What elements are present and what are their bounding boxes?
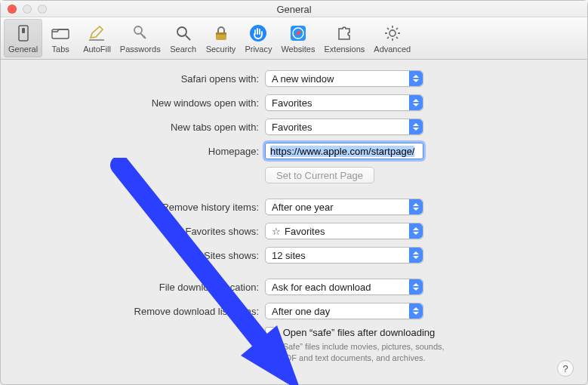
select-value: Favorites [272,122,312,133]
minimize-window-button[interactable] [23,5,32,14]
homepage-field[interactable] [265,143,423,159]
label-new-windows: New windows open with: [16,97,265,109]
label-remove-history: Remove history items: [16,202,265,213]
general-pane: Safari opens with: A new window New wind… [1,60,587,385]
gear-icon [382,23,403,44]
select-value: 12 sites [272,250,306,261]
select-remove-history[interactable]: After one year [265,199,423,215]
window-traffic-lights [8,5,47,14]
svg-rect-2 [52,29,69,38]
open-safe-files-checkbox[interactable] [265,327,276,337]
svg-point-10 [389,30,396,36]
puzzle-icon [334,23,355,44]
chevron-up-down-icon [409,95,423,110]
set-current-page-button[interactable]: Set to Current Page [265,167,374,183]
chevron-up-down-icon [409,279,423,294]
chevron-up-down-icon [409,71,423,86]
preferences-toolbar: General Tabs AutoFill Passwords Search [1,17,587,60]
toolbar-tab-label: Tabs [52,45,69,54]
select-value: Favorites [285,226,325,237]
toolbar-tab-label: Privacy [245,45,272,54]
key-icon [130,23,151,44]
select-dl-location[interactable]: Ask for each download [265,279,423,295]
pencil-icon [86,23,107,44]
open-safe-files-hint: “Safe” files include movies, pictures, s… [280,341,454,364]
lock-icon [211,23,232,44]
help-button[interactable]: ? [557,360,574,377]
hand-icon [248,23,269,44]
toolbar-tab-label: Search [170,45,196,54]
label-favorites-shows: Favorites shows: [16,226,265,237]
star-icon: ☆ [272,226,281,237]
svg-point-4 [177,27,186,36]
help-icon: ? [562,363,568,374]
chevron-up-down-icon [409,303,423,319]
label-safari-opens-with: Safari opens with: [16,73,265,85]
svg-rect-6 [216,32,226,35]
select-safari-opens-with[interactable]: A new window [265,70,423,87]
toolbar-tab-advanced[interactable]: Advanced [369,19,415,57]
toolbar-tab-label: Websites [281,45,315,54]
label-remove-dl-list: Remove download list items: [16,306,265,317]
toolbar-tab-label: Advanced [374,45,411,54]
toolbar-tab-extensions[interactable]: Extensions [319,19,369,57]
chevron-up-down-icon [409,223,423,239]
search-icon [173,23,194,44]
chevron-up-down-icon [409,248,423,263]
label-new-tabs: New tabs open with: [16,122,265,133]
window-title: General [1,1,587,17]
toolbar-tab-general[interactable]: General [4,19,42,57]
toolbar-tab-search[interactable]: Search [165,19,202,57]
label-homepage: Homepage: [16,146,265,157]
toolbar-tab-label: General [8,45,38,54]
select-new-tabs[interactable]: Favorites [265,119,423,135]
toolbar-tab-autofill[interactable]: AutoFill [79,19,115,57]
preferences-window: General General Tabs AutoFill Password [0,0,588,385]
open-safe-files-label: Open “safe” files after downloading [283,327,436,338]
open-safe-files-checkbox-row[interactable]: Open “safe” files after downloading [265,327,454,338]
select-value: Favorites [272,97,312,109]
select-value: After one day [272,306,330,317]
compass-icon [288,23,309,44]
toolbar-tab-label: AutoFill [83,45,111,54]
toolbar-tab-security[interactable]: Security [202,19,241,57]
toolbar-tab-passwords[interactable]: Passwords [115,19,165,57]
titlebar: General [1,1,587,17]
toolbar-tab-websites[interactable]: Websites [276,19,319,57]
chevron-up-down-icon [409,119,423,134]
select-value: Ask for each download [272,282,371,293]
toolbar-tab-tabs[interactable]: Tabs [42,19,79,57]
label-topsites-shows: Top Sites shows: [16,250,265,261]
switch-icon [13,23,34,44]
tab-icon [50,23,71,44]
select-value: After one year [272,202,334,213]
select-favorites-shows[interactable]: ☆ Favorites [265,223,423,239]
select-remove-dl-list[interactable]: After one day [265,303,423,319]
select-topsites-shows[interactable]: 12 sites [265,247,423,263]
toolbar-tab-label: Passwords [120,45,161,54]
close-window-button[interactable] [8,5,17,14]
select-value: A new window [272,73,334,85]
label-dl-location: File download location: [16,282,265,293]
svg-rect-1 [22,28,25,33]
chevron-up-down-icon [409,199,423,214]
zoom-window-button[interactable] [38,5,47,14]
toolbar-tab-label: Security [206,45,236,54]
toolbar-tab-label: Extensions [324,45,365,54]
toolbar-tab-privacy[interactable]: Privacy [240,19,276,57]
select-new-windows[interactable]: Favorites [265,94,423,111]
